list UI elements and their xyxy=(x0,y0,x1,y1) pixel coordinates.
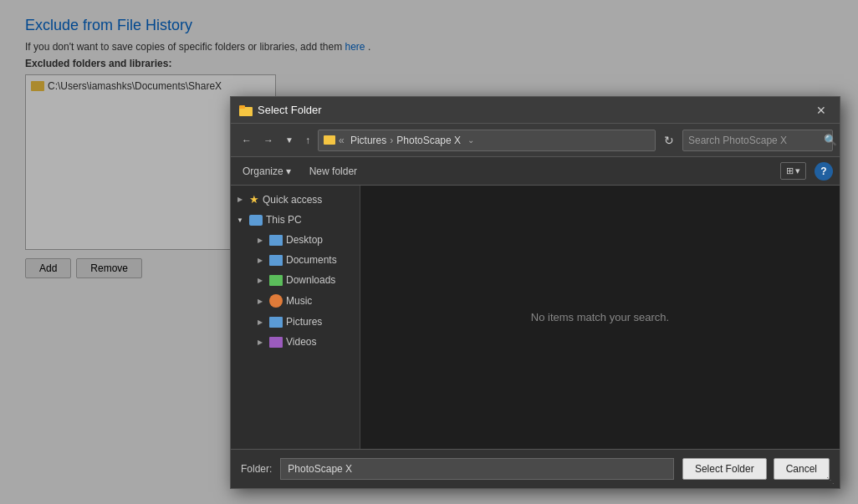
search-box: 🔍 xyxy=(682,130,833,151)
recent-button[interactable]: ▼ xyxy=(281,133,298,147)
tree-item-videos[interactable]: ▶ Videos xyxy=(231,332,360,352)
tree-panel: ▶ ★ Quick access ▼ This PC ▶ Desktop ▶ D… xyxy=(231,186,360,449)
organize-label: Organize xyxy=(243,165,283,177)
pc-icon xyxy=(249,215,263,226)
forward-button[interactable]: → xyxy=(259,132,278,149)
dialog-title: Select Folder xyxy=(258,104,322,116)
documents-label: Documents xyxy=(286,254,337,266)
expand-pictures[interactable]: ▶ xyxy=(254,316,266,328)
back-button[interactable]: ← xyxy=(237,132,256,149)
breadcrumb-text: « Pictures › PhotoScape X xyxy=(339,135,461,146)
cancel-button[interactable]: Cancel xyxy=(774,458,830,480)
tree-item-documents[interactable]: ▶ Documents xyxy=(231,250,360,270)
star-icon: ★ xyxy=(249,193,259,206)
breadcrumb-part2[interactable]: PhotoScape X xyxy=(396,135,461,146)
dialog-footer: Folder: Select Folder Cancel xyxy=(231,449,840,488)
breadcrumb-arrow: › xyxy=(390,135,393,146)
desktop-label: Desktop xyxy=(286,234,323,246)
refresh-button[interactable]: ↻ xyxy=(659,131,679,150)
view-button[interactable]: ⊞ ▾ xyxy=(780,162,806,180)
search-input[interactable] xyxy=(683,133,819,148)
svg-rect-1 xyxy=(239,105,245,109)
documents-icon xyxy=(269,255,283,266)
dialog-close-button[interactable]: ✕ xyxy=(811,102,831,119)
expand-this-pc[interactable]: ▼ xyxy=(234,214,246,226)
tree-item-quick-access[interactable]: ▶ ★ Quick access xyxy=(231,189,360,210)
toolbar: Organize ▾ New folder ⊞ ▾ ? xyxy=(231,157,840,186)
dialog-titlebar: Select Folder ✕ xyxy=(231,97,840,124)
expand-documents[interactable]: ▶ xyxy=(254,254,266,266)
this-pc-label: This PC xyxy=(266,214,302,226)
pictures-label: Pictures xyxy=(286,316,322,328)
view-arrow: ▾ xyxy=(795,165,800,176)
folder-label: Folder: xyxy=(241,463,272,475)
tree-item-desktop[interactable]: ▶ Desktop xyxy=(231,230,360,250)
view-icon: ⊞ xyxy=(786,165,794,176)
expand-downloads[interactable]: ▶ xyxy=(254,274,266,286)
help-button[interactable]: ? xyxy=(815,162,833,181)
select-folder-button[interactable]: Select Folder xyxy=(682,458,767,480)
desktop-icon xyxy=(269,235,283,246)
nav-bar: ← → ▼ ↑ « Pictures › PhotoScape X ⌄ ↻ 🔍 xyxy=(231,124,840,157)
tree-item-music[interactable]: ▶ Music xyxy=(231,290,360,312)
breadcrumb-part1[interactable]: Pictures xyxy=(350,135,386,146)
downloads-icon xyxy=(269,275,283,286)
downloads-label: Downloads xyxy=(286,274,335,286)
expand-desktop[interactable]: ▶ xyxy=(254,234,266,246)
dialog-folder-icon xyxy=(239,104,253,117)
quick-access-label: Quick access xyxy=(263,194,322,206)
empty-message: No items match your search. xyxy=(531,311,669,323)
breadcrumb-bar: « Pictures › PhotoScape X ⌄ xyxy=(318,130,656,151)
expand-music[interactable]: ▶ xyxy=(254,295,266,307)
videos-label: Videos xyxy=(286,336,316,348)
resize-handle[interactable]: ⋱ xyxy=(826,476,835,485)
action-buttons: Select Folder Cancel xyxy=(682,458,830,480)
breadcrumb-dropdown-button[interactable]: ⌄ xyxy=(464,135,478,145)
music-label: Music xyxy=(286,295,312,307)
pictures-icon xyxy=(269,317,283,328)
expand-videos[interactable]: ▶ xyxy=(254,336,266,348)
select-folder-dialog: Select Folder ✕ ← → ▼ ↑ « Pictures › Pho… xyxy=(230,96,840,489)
breadcrumb-folder-icon xyxy=(324,135,335,145)
up-button[interactable]: ↑ xyxy=(301,132,314,149)
organize-button[interactable]: Organize ▾ xyxy=(237,163,296,180)
tree-item-pictures[interactable]: ▶ Pictures xyxy=(231,312,360,332)
title-left: Select Folder xyxy=(239,104,322,117)
main-content: ▶ ★ Quick access ▼ This PC ▶ Desktop ▶ D… xyxy=(231,186,840,449)
music-icon xyxy=(269,294,283,308)
content-panel: No items match your search. xyxy=(360,186,840,449)
organize-arrow: ▾ xyxy=(286,165,291,177)
videos-icon xyxy=(269,337,283,348)
tree-item-downloads[interactable]: ▶ Downloads xyxy=(231,270,360,290)
folder-input[interactable] xyxy=(280,458,674,480)
tree-item-this-pc[interactable]: ▼ This PC xyxy=(231,210,360,230)
breadcrumb-separator: « xyxy=(339,135,347,146)
expand-quick-access[interactable]: ▶ xyxy=(234,194,246,206)
search-button[interactable]: 🔍 xyxy=(819,132,842,148)
new-folder-button[interactable]: New folder xyxy=(304,163,362,180)
